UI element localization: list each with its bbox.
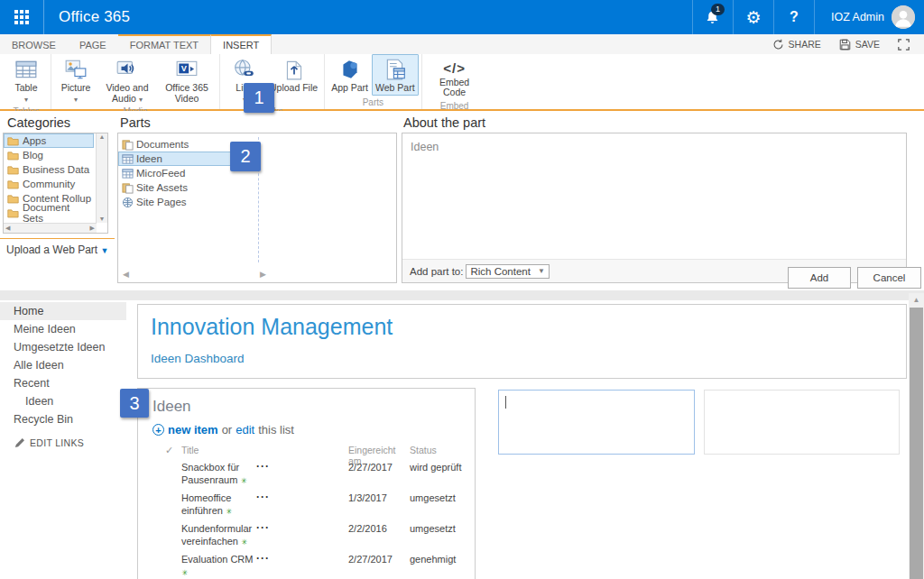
web-part-picker: Categories Parts About the part Apps Blo…: [0, 111, 924, 290]
app-launcher-button[interactable]: [0, 0, 44, 34]
sidebar-item-home[interactable]: Home: [0, 302, 126, 320]
webpart-zone-right[interactable]: [704, 390, 900, 455]
save-button[interactable]: SAVE: [832, 39, 887, 51]
avatar: [892, 5, 915, 29]
category-community[interactable]: Community: [4, 177, 94, 191]
add-part-to-label: Add part to:: [410, 266, 463, 277]
embed-code-button[interactable]: </> Embed Code: [425, 54, 485, 100]
cancel-button[interactable]: Cancel: [857, 267, 921, 289]
web-part-icon: [383, 58, 407, 81]
account-menu[interactable]: IOZ Admin: [814, 0, 924, 34]
suite-bar: Office 365 1 ⚙ ? IOZ Admin: [0, 0, 924, 34]
about-part-panel: Ideen Add part to: Rich Content ▼: [402, 133, 907, 283]
video-audio-icon: [116, 58, 139, 81]
ellipsis-menu-button[interactable]: ···: [256, 522, 276, 533]
category-blog[interactable]: Blog: [4, 148, 94, 162]
library-icon: [122, 182, 134, 194]
gear-icon: ⚙: [745, 9, 761, 26]
app-part-button[interactable]: App Part: [328, 54, 372, 96]
ellipsis-menu-button[interactable]: ···: [256, 492, 276, 502]
scroll-left-icon: ◀: [5, 225, 10, 232]
tab-insert[interactable]: INSERT: [210, 34, 272, 54]
sidebar-item-ideen[interactable]: Ideen: [0, 392, 135, 410]
add-button[interactable]: Add: [788, 267, 851, 289]
categories-title: Categories: [7, 115, 70, 130]
tab-format-text[interactable]: FORMAT TEXT: [118, 34, 210, 54]
upload-file-button[interactable]: Upload File: [266, 54, 321, 96]
sharepoint-window: Office 365 1 ⚙ ? IOZ Admin BROWSE PAGE F…: [0, 0, 924, 579]
scroll-down-icon: ▼: [97, 216, 107, 222]
table-row[interactable]: Snackbox für Pausenraum ✳ ··· 2/27/2017 …: [138, 461, 475, 487]
list-toolbar: + new item or edit this list: [152, 423, 294, 437]
edit-links-button[interactable]: EDIT LINKS: [14, 437, 135, 448]
web-part-button[interactable]: Web Part: [372, 54, 419, 96]
share-icon: [772, 39, 784, 51]
video-audio-button[interactable]: Video and Audio ▾: [97, 54, 157, 106]
sidebar-item-meine-ideen[interactable]: Meine Ideen: [0, 320, 135, 338]
table-button[interactable]: Table▾: [5, 54, 48, 106]
focus-mode-button[interactable]: [891, 39, 917, 51]
office365-video-button[interactable]: V Office 365 Video: [157, 54, 217, 106]
status-value: umgesetzt: [410, 522, 464, 536]
help-icon: ?: [790, 9, 799, 25]
tab-page[interactable]: PAGE: [68, 34, 118, 54]
scrollbar-thumb[interactable]: [910, 308, 923, 579]
scroll-up-icon[interactable]: ▲: [909, 293, 924, 307]
sidebar-nav: Home Meine Ideen Umgesetzte Ideen Alle I…: [0, 300, 135, 448]
submitted-date: 1/3/2017: [348, 492, 410, 505]
folder-icon: [7, 179, 19, 189]
group-label-parts: Parts: [328, 96, 418, 109]
sidebar-item-recycle-bin[interactable]: Recycle Bin: [0, 410, 135, 428]
categories-vertical-scrollbar[interactable]: ▲▼: [96, 133, 107, 223]
new-item-link[interactable]: new item: [168, 423, 218, 437]
sidebar-item-umgesetzte-ideen[interactable]: Umgesetzte Ideen: [0, 338, 135, 356]
ribbon-group-media: Picture▾ Video and Audio ▾ V Office 365 …: [51, 54, 220, 109]
or-text: or: [222, 423, 233, 437]
sidebar-item-alle-ideen[interactable]: Alle Ideen: [0, 356, 135, 374]
settings-button[interactable]: ⚙: [733, 0, 773, 34]
suite-bar-actions: 1 ⚙ ? IOZ Admin: [692, 0, 924, 34]
category-business-data[interactable]: Business Data: [4, 162, 94, 177]
category-document-sets[interactable]: Document Sets: [4, 206, 94, 220]
ellipsis-menu-button[interactable]: ···: [256, 461, 276, 472]
notifications-button[interactable]: 1: [692, 0, 733, 34]
page-content: Home Meine Ideen Umgesetzte Ideen Alle I…: [0, 300, 924, 579]
section-divider: [0, 290, 924, 300]
list-body: Snackbox für Pausenraum ✳ ··· 2/27/2017 …: [138, 461, 475, 579]
category-apps[interactable]: Apps: [4, 133, 94, 148]
sidebar-item-recent[interactable]: Recent: [0, 374, 135, 392]
upload-web-part-link[interactable]: Upload a Web Part ▼: [0, 238, 115, 256]
part-description: Ideen: [411, 141, 439, 153]
text-cursor: [505, 396, 506, 409]
add-part-to-select[interactable]: Rich Content ▼: [466, 264, 549, 279]
table-row[interactable]: Evaluation CRM ✳ ··· 2/27/2017 genehmigt: [138, 553, 475, 579]
categories-horizontal-scrollbar[interactable]: ◀▶: [4, 223, 97, 233]
code-icon: </>: [429, 63, 481, 74]
parts-scroll-right-icon[interactable]: ▶: [260, 270, 266, 279]
tab-browse[interactable]: BROWSE: [0, 34, 68, 54]
parts-scroll-left-icon[interactable]: ◀: [123, 270, 129, 279]
page-scrollbar[interactable]: ▲: [909, 293, 924, 579]
table-row[interactable]: Homeoffice einführen ✳ ··· 1/3/2017 umge…: [138, 492, 475, 518]
chevron-down-icon: ▾: [139, 96, 143, 104]
edit-list-link[interactable]: edit: [236, 423, 254, 437]
new-item-icon: ✳: [240, 476, 246, 485]
part-site-pages[interactable]: Site Pages: [118, 195, 252, 209]
svg-text:V: V: [181, 64, 188, 73]
share-button[interactable]: SHARE: [765, 39, 828, 51]
ellipsis-menu-button[interactable]: ···: [256, 553, 276, 564]
item-title-link: Homeoffice einführen ✳: [181, 492, 256, 518]
picture-button[interactable]: Picture▾: [54, 54, 97, 106]
pages-icon: [122, 197, 134, 208]
webpart-zone-middle[interactable]: [498, 390, 695, 455]
help-button[interactable]: ?: [773, 0, 814, 34]
categories-listbox: Apps Blog Business Data Community Conten…: [3, 133, 108, 234]
submitted-date: 2/27/2017: [348, 553, 410, 566]
new-item-icon: ✳: [181, 568, 188, 577]
webpart-title[interactable]: Ideen: [152, 398, 191, 416]
table-row[interactable]: Kundenformular vereinfachen ✳ ··· 2/2/20…: [138, 522, 475, 548]
plus-circle-icon: +: [152, 424, 164, 436]
list-icon: [122, 168, 134, 179]
page-subtitle-link[interactable]: Ideen Dashboard: [151, 352, 245, 365]
part-site-assets[interactable]: Site Assets: [118, 180, 252, 195]
